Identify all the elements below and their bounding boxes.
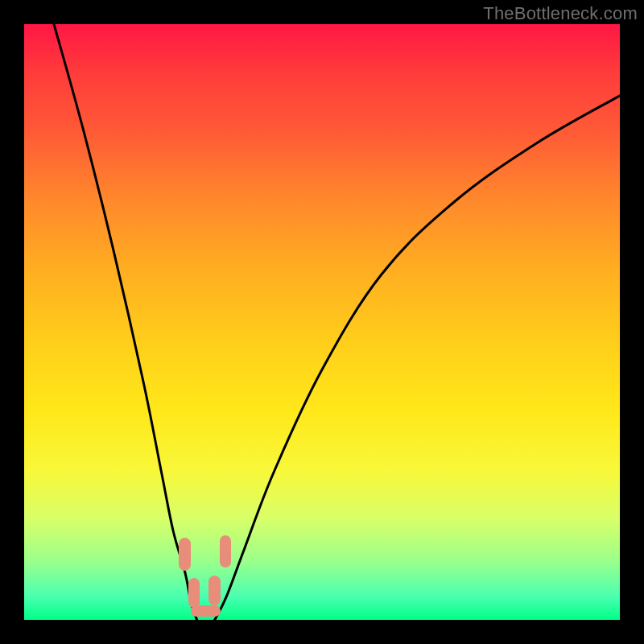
right-upper-blob <box>220 535 232 568</box>
chart-container: TheBottleneck.com <box>0 0 644 644</box>
right-lower-blob <box>208 576 221 605</box>
left-lower-blob <box>188 578 200 608</box>
left-upper-blob <box>179 538 191 571</box>
plot-area <box>24 24 620 620</box>
watermark-text: TheBottleneck.com <box>483 3 638 24</box>
left-curve <box>54 24 197 620</box>
curve-layer <box>24 24 620 620</box>
right-curve <box>215 96 620 620</box>
bottom-blob <box>191 605 221 617</box>
